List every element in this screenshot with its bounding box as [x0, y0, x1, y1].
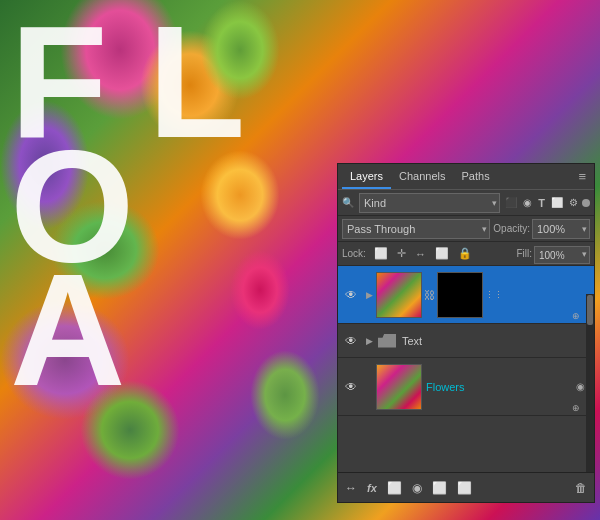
layer-smart-filter-icon: ◉: [576, 381, 585, 392]
filter-kind-select[interactable]: Kind Name Effect Mode: [359, 193, 500, 213]
layer-flowers-name: Flowers: [422, 381, 576, 393]
panel-scroll-thumb[interactable]: [587, 295, 593, 325]
lock-label: Lock:: [342, 248, 366, 259]
layer-options-icon[interactable]: ⋮⋮: [485, 290, 503, 300]
filter-smart-icon[interactable]: ⚙: [567, 196, 580, 209]
layer-item-group1[interactable]: 👁 ▶ ⛓ ⋮⋮ ⊕: [338, 266, 594, 324]
lock-artboard-icon[interactable]: ↔: [412, 246, 429, 262]
tab-channels[interactable]: Channels: [391, 164, 453, 189]
fill-wrap: Fill: 100% 75% 50%: [516, 245, 590, 263]
bottom-fx-icon[interactable]: fx: [364, 480, 380, 496]
filter-dot-icon[interactable]: [582, 199, 590, 207]
layer-thumbnail-flowers: [376, 364, 422, 410]
filter-pixel-icon[interactable]: ⬛: [503, 196, 519, 209]
filter-kind-select-wrap[interactable]: Kind Name Effect Mode: [359, 193, 500, 213]
bottom-group-icon[interactable]: ⬜: [429, 479, 450, 497]
fill-label: Fill:: [516, 248, 532, 259]
fill-select[interactable]: 100% 75% 50%: [534, 246, 590, 264]
bottom-delete-icon[interactable]: 🗑: [572, 479, 590, 497]
layer-corner-flowers-icon: ⊕: [572, 403, 580, 413]
panel-tabs: Layers Channels Paths ≡: [338, 164, 594, 190]
flora-text-overlay: F L O A: [0, 0, 310, 520]
layer-eye-text[interactable]: 👁: [340, 334, 362, 348]
opacity-wrap: Opacity: 100% 75% 50% 25%: [493, 219, 590, 239]
lock-all-icon[interactable]: 🔒: [455, 245, 475, 262]
filter-type-icon[interactable]: T: [536, 196, 547, 210]
blend-mode-select-wrap[interactable]: Pass Through Normal Dissolve Multiply Sc…: [342, 219, 490, 239]
bottom-new-layer-icon[interactable]: ⬜: [454, 479, 475, 497]
layer-eye-flowers[interactable]: 👁: [340, 380, 362, 394]
layer-thumbnail-group1: [376, 272, 422, 318]
lock-canvas-icon[interactable]: ⬜: [432, 245, 452, 262]
filter-row: 🔍 Kind Name Effect Mode ⬛ ◉ T ⬜ ⚙: [338, 190, 594, 216]
bottom-adjustment-icon[interactable]: ◉: [409, 479, 425, 497]
layer-right-panel: ⋮⋮: [485, 290, 503, 300]
layer-expand-group1[interactable]: ▶: [362, 290, 376, 300]
filter-adjust-icon[interactable]: ◉: [521, 196, 534, 209]
tab-paths[interactable]: Paths: [454, 164, 498, 189]
filter-search-icon: 🔍: [342, 197, 354, 208]
layers-list: 👁 ▶ ⛓ ⋮⋮ ⊕ 👁 ▶: [338, 266, 594, 472]
blend-mode-select[interactable]: Pass Through Normal Dissolve Multiply Sc…: [342, 219, 490, 239]
opacity-select[interactable]: 100% 75% 50% 25%: [532, 219, 590, 239]
opacity-label: Opacity:: [493, 223, 530, 234]
layer-item-flowers[interactable]: 👁 Flowers ◉ ▾ ⊕: [338, 358, 594, 416]
fill-select-wrap[interactable]: 100% 75% 50%: [534, 245, 590, 263]
opacity-select-wrap[interactable]: 100% 75% 50% 25%: [532, 219, 590, 239]
layer-eye-group1[interactable]: 👁: [340, 288, 362, 302]
letter-a: A: [10, 258, 126, 402]
blend-mode-row: Pass Through Normal Dissolve Multiply Sc…: [338, 216, 594, 242]
lock-row: Lock: ⬜ ✛ ↔ ⬜ 🔒 Fill: 100% 75% 50%: [338, 242, 594, 266]
layer-text-name: Text: [398, 335, 592, 347]
panel-bottom-toolbar: ↔ fx ⬜ ◉ ⬜ ⬜ 🗑: [338, 472, 594, 502]
layer-expand-text[interactable]: ▶: [362, 336, 376, 346]
tab-layers[interactable]: Layers: [342, 164, 391, 189]
layer-item-text[interactable]: 👁 ▶ Text: [338, 324, 594, 358]
letter-l: L: [148, 10, 246, 154]
layer-corner-add-icon: ⊕: [572, 311, 580, 321]
lock-checkerboard-icon[interactable]: ⬜: [371, 245, 391, 262]
panel-scrollbar[interactable]: [586, 294, 594, 472]
layer-folder-icon: [376, 332, 398, 350]
layer-link-icon-1: ⛓: [424, 289, 435, 301]
lock-move-icon[interactable]: ✛: [394, 245, 409, 262]
filter-icons-group: ⬛ ◉ T ⬜ ⚙: [503, 196, 590, 210]
panel-menu-button[interactable]: ≡: [574, 167, 590, 186]
filter-shape-icon[interactable]: ⬜: [549, 196, 565, 209]
layers-panel: Layers Channels Paths ≡ 🔍 Kind Name Effe…: [337, 163, 595, 503]
bottom-link-icon[interactable]: ↔: [342, 479, 360, 497]
bottom-mask-icon[interactable]: ⬜: [384, 479, 405, 497]
layer-mask-group1: [437, 272, 483, 318]
